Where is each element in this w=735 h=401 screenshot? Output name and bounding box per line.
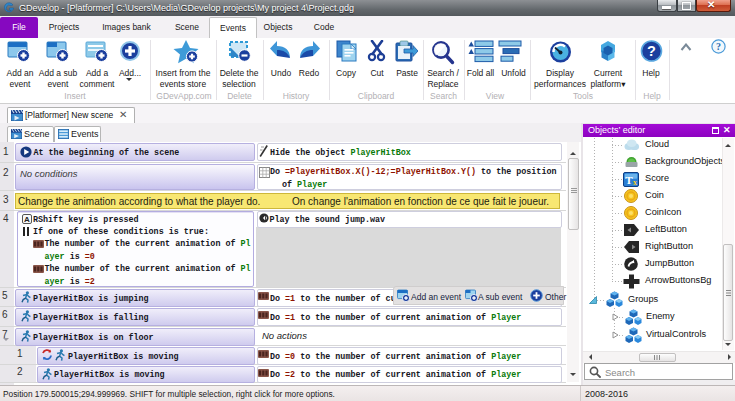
svg-text:x: x bbox=[633, 178, 637, 187]
svg-text:A: A bbox=[24, 215, 30, 224]
svg-text:?: ? bbox=[647, 43, 656, 59]
svg-text:?: ? bbox=[716, 41, 721, 52]
